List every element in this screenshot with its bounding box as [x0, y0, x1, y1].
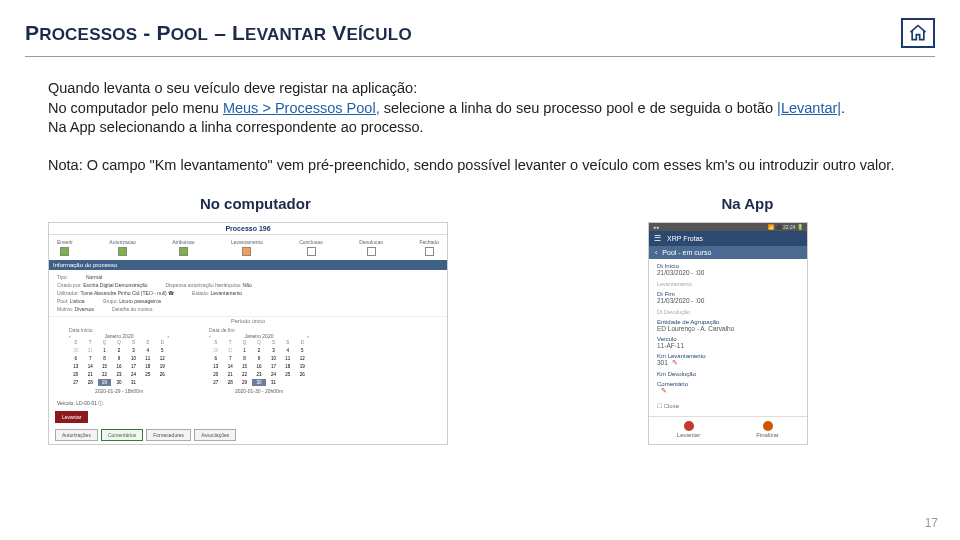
app-levantar-button[interactable]: Levantar — [649, 417, 728, 442]
intro-text: Quando levanta o seu veículo deve regist… — [0, 57, 960, 175]
desktop-screenshot: Processo 196 Enserir Autorizacao Atribui… — [48, 222, 448, 445]
menu-path-link: Meus > Processos Pool, — [223, 100, 380, 116]
levantar-button-ref: |Levantar| — [777, 100, 841, 116]
hamburger-icon[interactable]: ☰ — [654, 234, 661, 243]
levantar-button[interactable]: Levantar — [55, 411, 88, 423]
desktop-subhead: No computador — [48, 195, 463, 212]
back-icon[interactable]: ‹ — [655, 249, 657, 256]
app-finalizar-button[interactable]: Finalizar — [728, 417, 807, 442]
page-number: 17 — [925, 516, 938, 530]
app-subhead: Na App — [463, 195, 912, 212]
edit-icon[interactable]: ✎ — [661, 387, 667, 394]
page-title: PROCESSOS - POOL – LEVANTAR VEÍCULO — [25, 21, 412, 45]
home-icon[interactable] — [901, 18, 935, 48]
app-screenshot: ●●📶 ⚫ 22:24 🔋 ☰XRP Frotas ‹Pool - em cur… — [648, 222, 808, 445]
edit-icon[interactable]: ✎ — [672, 359, 678, 366]
